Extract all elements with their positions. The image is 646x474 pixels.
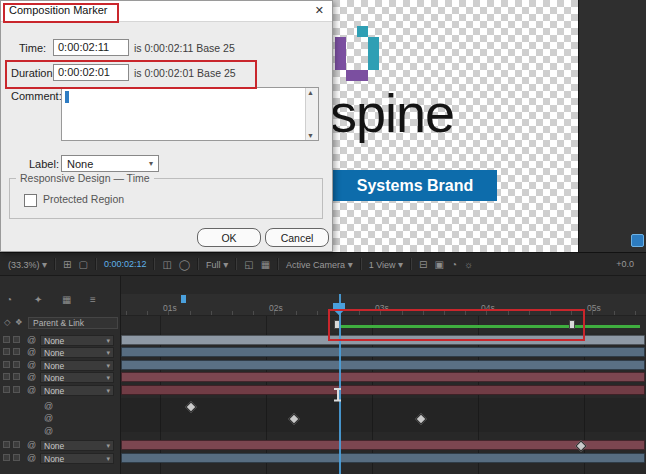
textarea-scrollbar[interactable]: ▲ ▼ <box>305 88 318 140</box>
frame-blend-icon[interactable]: ▦ <box>62 294 71 305</box>
panel-icon[interactable] <box>631 234 644 247</box>
resolution-select[interactable]: Full ▾ <box>206 259 228 270</box>
logo-word: spine <box>333 82 454 144</box>
close-icon[interactable]: ✕ <box>315 4 324 17</box>
exposure-value[interactable]: +0.0 <box>616 259 634 269</box>
responsive-design-group: Responsive Design — Time Protected Regio… <box>9 178 323 219</box>
column-icon: ◇ <box>4 317 11 327</box>
fast-previews-icon[interactable]: ▣ <box>434 259 443 270</box>
snapshot-icon[interactable]: ◫ <box>162 259 171 270</box>
toolbar-separator <box>410 258 412 270</box>
banner-text: Systems Brand <box>357 177 474 195</box>
logo-pixel <box>335 59 346 70</box>
ok-button[interactable]: OK <box>197 228 261 247</box>
toolbar-separator <box>235 258 237 270</box>
text-cursor <box>65 91 69 103</box>
region-of-interest-icon[interactable]: ◱ <box>244 259 253 270</box>
comp-panel-toolbar: (33.3%) ▾ ⊞ ▢ 0:00:02:12 ◫ ◯ Full ▾ ◱ ▦ … <box>0 252 646 276</box>
logo-banner: Systems Brand <box>333 170 497 201</box>
logo-pixel <box>335 37 346 48</box>
exposure-icon[interactable]: ☼ <box>464 259 473 270</box>
duration-info: is 0:00:02:01 Base 25 <box>134 67 236 79</box>
magnification-select[interactable]: (33.3%) ▾ <box>8 259 47 270</box>
logo-pixel <box>368 48 379 59</box>
resolution-value: Full <box>206 260 221 270</box>
camera-select[interactable]: Active Camera ▾ <box>286 259 353 270</box>
chevron-down-icon: ▾ <box>149 159 153 168</box>
time-label: Time: <box>19 42 46 54</box>
show-channel-icon[interactable]: ◯ <box>179 259 190 270</box>
label-select[interactable]: None ▾ <box>61 155 159 172</box>
toolbar-separator <box>95 258 97 270</box>
scroll-up-icon[interactable]: ▲ <box>307 89 314 96</box>
pixel-aspect-icon[interactable]: ⊟ <box>419 259 427 270</box>
mask-visibility-icon[interactable]: ▢ <box>78 259 87 270</box>
motion-blur-icon[interactable]: ≡ <box>90 294 96 305</box>
dialog-title: Composition Marker <box>9 4 107 16</box>
comment-textarea[interactable]: ▲ ▼ <box>61 87 319 141</box>
ibeam-cursor <box>333 388 342 401</box>
logo-pixel <box>335 48 346 59</box>
column-icon: ❖ <box>15 317 23 327</box>
grid-options-icon[interactable]: ⊞ <box>63 259 71 270</box>
comp-mini-flowchart-icon[interactable]: ◔ <box>6 294 12 305</box>
panel-edge <box>578 0 646 252</box>
duration-label: Duration: <box>11 67 56 79</box>
toolbar-separator <box>197 258 199 270</box>
chevron-down-icon: ▾ <box>348 259 353 270</box>
logo-pixel-icon <box>335 26 379 81</box>
current-time-display[interactable]: 0:00:02:12 <box>104 259 147 269</box>
chevron-down-icon: ▾ <box>42 259 47 270</box>
marker-end-handle[interactable] <box>569 320 575 329</box>
time-ruler[interactable] <box>121 294 646 316</box>
timeline-sidebar <box>0 276 121 474</box>
playhead-line[interactable] <box>339 294 341 474</box>
parent-link-header[interactable]: Parent & Link <box>28 317 118 329</box>
time-input[interactable]: 0:00:02:11 <box>53 39 129 56</box>
logo-pixel <box>357 26 368 37</box>
logo-pixel <box>368 37 379 48</box>
label-label: Label: <box>29 158 59 170</box>
logo-pixel <box>357 70 368 81</box>
timeline-icon[interactable]: ◔ <box>451 259 457 270</box>
draft3d-icon[interactable]: ✦ <box>34 294 42 305</box>
chevron-down-icon: ▾ <box>223 259 228 270</box>
property-rows-strip <box>121 398 646 432</box>
transparency-grid-icon[interactable]: ▦ <box>261 259 270 270</box>
after-effects-window: spine Systems Brand (33.3%) ▾ ⊞ ▢ 0:00:0… <box>0 0 646 474</box>
group-title: Responsive Design — Time <box>16 172 154 184</box>
comment-label: Comment: <box>11 90 62 102</box>
view-layout-value: 1 View <box>369 260 396 270</box>
composition-marker-dialog: Composition Marker ✕ Time: 0:00:02:11 is… <box>0 0 333 252</box>
dialog-titlebar[interactable]: Composition Marker ✕ <box>1 1 332 22</box>
toolbar-separator <box>360 258 362 270</box>
scroll-down-icon[interactable]: ▼ <box>307 132 314 139</box>
chevron-down-icon: ▾ <box>398 259 403 270</box>
duration-input[interactable]: 0:00:02:01 <box>53 64 129 81</box>
label-value: None <box>67 158 93 170</box>
work-area-marker[interactable] <box>181 295 186 303</box>
camera-value: Active Camera <box>286 260 345 270</box>
view-layout-select[interactable]: 1 View ▾ <box>369 259 403 270</box>
protected-region-label: Protected Region <box>43 193 124 205</box>
protected-region-checkbox[interactable] <box>24 194 37 207</box>
toolbar-separator <box>277 258 279 270</box>
toolbar-separator <box>54 258 56 270</box>
toolbar-separator <box>153 258 155 270</box>
logo-pixel <box>368 59 379 70</box>
magnification-value: (33.3%) <box>8 260 40 270</box>
composition-marker-duration-bar[interactable] <box>337 325 640 328</box>
time-info: is 0:00:02:11 Base 25 <box>134 42 235 54</box>
cancel-button[interactable]: Cancel <box>265 228 329 247</box>
logo-pixel <box>346 70 357 81</box>
composition-viewer: spine Systems Brand <box>333 0 578 252</box>
